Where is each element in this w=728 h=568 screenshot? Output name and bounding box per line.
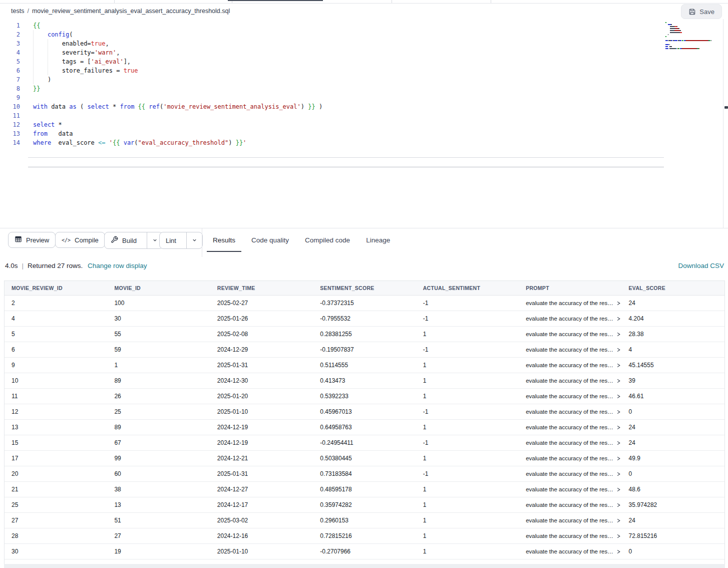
tab-code-quality[interactable]: Code quality [245, 228, 295, 251]
code-line-7[interactable]: 7 ) [0, 75, 322, 84]
compile-button-label: Compile [75, 236, 99, 244]
cell-prompt: evaluate the accuracy of the res… [519, 435, 621, 450]
tab-results[interactable]: Results [207, 228, 241, 251]
cell-actual_sentiment: 1 [416, 513, 519, 528]
compile-button[interactable]: </> Compile [55, 232, 105, 248]
cell-prompt: evaluate the accuracy of the res… [519, 404, 621, 419]
expand-prompt-chevron-icon[interactable] [616, 425, 621, 430]
cell-movie_review_id: 31 [5, 559, 107, 564]
cell-movie_review_id: 5 [5, 327, 107, 342]
code-line-4[interactable]: 4 severity='warn', [0, 48, 322, 57]
preview-button[interactable]: Preview [8, 232, 56, 248]
cell-eval_score: 49.9 [622, 451, 724, 466]
query-elapsed-time: 4.0s [5, 262, 18, 269]
expand-prompt-chevron-icon[interactable] [616, 378, 621, 384]
line-number: 5 [0, 57, 20, 66]
cell-eval_score: 4.204 [622, 311, 724, 326]
cell-eval_score: 35.974282 [622, 497, 724, 512]
code-line-3[interactable]: 3 enabled=true, [0, 39, 322, 48]
prompt-truncated-text: evaluate the accuracy of the res… [526, 327, 613, 342]
cell-review_time: 2025-01-31 [210, 358, 313, 373]
code-line-1[interactable]: 1{{ [0, 21, 322, 30]
table-row: 31962025-02-240.386737021evaluate the ac… [5, 559, 724, 564]
code-line-2[interactable]: 2 config( [0, 30, 322, 39]
expand-prompt-chevron-icon[interactable] [616, 471, 621, 477]
download-csv-link[interactable]: Download CSV [678, 262, 724, 269]
code-line-6[interactable]: 6 store_failures = true [0, 66, 322, 75]
code-line-10[interactable]: 10with data as ( select * from {{ ref('m… [0, 102, 322, 111]
editor-minimap[interactable] [665, 22, 721, 50]
change-row-display-link[interactable]: Change row display [88, 262, 147, 269]
cell-prompt: evaluate the accuracy of the res… [519, 466, 621, 481]
code-line-13[interactable]: 13from data [0, 129, 322, 138]
expand-prompt-chevron-icon[interactable] [616, 549, 621, 554]
breadcrumb-folder[interactable]: tests [11, 8, 24, 15]
code-brackets-icon: </> [62, 237, 71, 243]
cell-sentiment_score: 0.28381255 [313, 327, 416, 342]
table-row: 27512025-03-020.29601531evaluate the acc… [5, 513, 724, 528]
cell-sentiment_score: 0.50380445 [313, 451, 416, 466]
cell-actual_sentiment: 1 [416, 327, 519, 342]
cell-sentiment_score: 0.73183584 [313, 466, 416, 481]
tab-lineage[interactable]: Lineage [360, 228, 396, 251]
code-line-14[interactable]: 14where eval_score <= '{{ var("eval_accu… [0, 138, 322, 147]
expand-prompt-chevron-icon[interactable] [616, 440, 621, 446]
column-header-actual_sentiment: ACTUAL_SENTIMENT [416, 281, 519, 295]
lint-split-button: Lint [159, 232, 203, 249]
expand-prompt-chevron-icon[interactable] [616, 502, 621, 508]
cell-movie_id: 19 [107, 544, 210, 559]
expand-prompt-chevron-icon[interactable] [616, 394, 621, 399]
expand-prompt-chevron-icon[interactable] [616, 332, 621, 337]
expand-prompt-chevron-icon[interactable] [616, 363, 621, 368]
expand-prompt-chevron-icon[interactable] [616, 487, 621, 492]
expand-prompt-chevron-icon[interactable] [616, 518, 621, 523]
tab-divider [491, 0, 491, 3]
cell-movie_review_id: 15 [5, 435, 107, 450]
build-button[interactable]: Build [105, 232, 143, 248]
horizontal-scrollbar[interactable] [4, 564, 725, 568]
prompt-truncated-text: evaluate the accuracy of the res… [526, 389, 613, 404]
code-line-8[interactable]: 8}} [0, 84, 322, 93]
cell-actual_sentiment: 1 [416, 373, 519, 388]
cell-prompt: evaluate the accuracy of the res… [519, 311, 621, 326]
tab-compiled-code[interactable]: Compiled code [299, 228, 356, 251]
line-number: 8 [0, 84, 20, 93]
code-editor[interactable]: 1{{2 config(3 enabled=true,4 severity='w… [0, 19, 728, 228]
save-button-label: Save [699, 8, 714, 16]
cell-sentiment_score: 0.2960153 [313, 513, 416, 528]
save-button[interactable]: Save [681, 4, 722, 19]
line-number: 11 [0, 111, 20, 120]
cell-movie_id: 89 [107, 420, 210, 435]
line-number: 9 [0, 93, 20, 102]
table-row: 6592024-12-29-0.19507837-1evaluate the a… [5, 342, 724, 358]
code-line-5[interactable]: 5 tags = ['ai_eval'], [0, 57, 322, 66]
expand-prompt-chevron-icon[interactable] [616, 316, 621, 322]
code-line-11[interactable]: 11 [0, 111, 322, 120]
prompt-truncated-text: evaluate the accuracy of the res… [526, 342, 613, 357]
lint-dropdown-button[interactable] [186, 232, 202, 248]
cell-prompt: evaluate the accuracy of the res… [519, 389, 621, 404]
lint-button[interactable]: Lint [160, 232, 182, 248]
cell-prompt: evaluate the accuracy of the res… [519, 420, 621, 435]
code-line-9[interactable]: 9 [0, 93, 322, 102]
cell-movie_id: 30 [107, 311, 210, 326]
table-row: 4302025-01-26-0.7955532-1evaluate the ac… [5, 311, 724, 327]
prompt-truncated-text: evaluate the accuracy of the res… [526, 296, 613, 311]
cell-movie_id: 59 [107, 342, 210, 357]
prompt-truncated-text: evaluate the accuracy of the res… [526, 435, 613, 450]
ide-window: tests/movie_review_sentiment_analysis_ev… [0, 0, 728, 568]
cell-actual_sentiment: -1 [416, 342, 519, 357]
expand-prompt-chevron-icon[interactable] [616, 456, 621, 461]
editor-scrollbar[interactable] [724, 106, 728, 109]
expand-prompt-chevron-icon[interactable] [616, 409, 621, 415]
cell-actual_sentiment: 1 [416, 482, 519, 497]
expand-prompt-chevron-icon[interactable] [616, 301, 621, 306]
expand-prompt-chevron-icon[interactable] [616, 533, 621, 539]
cell-prompt: evaluate the accuracy of the res… [519, 327, 621, 342]
cell-review_time: 2024-12-27 [210, 482, 313, 497]
cell-review_time: 2025-03-02 [210, 513, 313, 528]
expand-prompt-chevron-icon[interactable] [616, 347, 621, 353]
column-header-movie_review_id: MOVIE_REVIEW_ID [5, 281, 107, 295]
code-line-12[interactable]: 12select * [0, 120, 322, 129]
cell-prompt: evaluate the accuracy of the res… [519, 482, 621, 497]
